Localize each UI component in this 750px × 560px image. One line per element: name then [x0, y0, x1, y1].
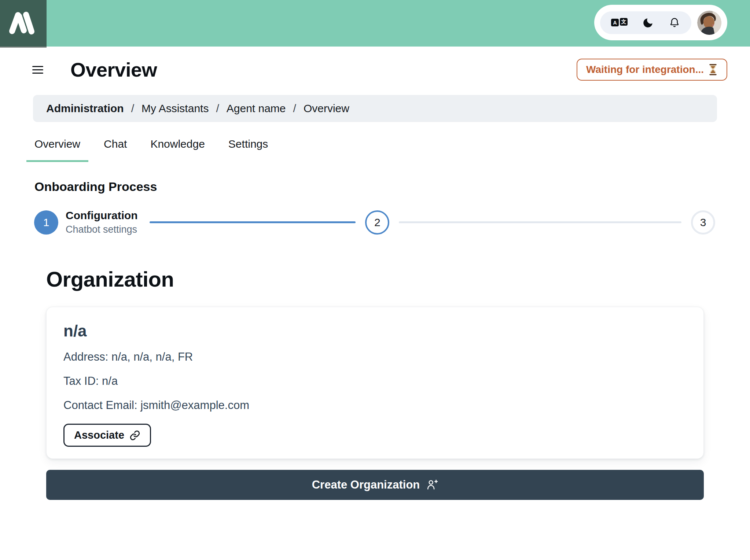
breadcrumb-separator: /	[293, 102, 296, 115]
organization-address: Address: n/a, n/a, n/a, FR	[63, 350, 687, 364]
header-actions: A 文	[594, 5, 727, 40]
header-icon-group: A 文	[600, 11, 691, 34]
step-connector-upcoming	[399, 221, 681, 223]
tab-bar: Overview Chat Knowledge Settings	[26, 137, 750, 162]
translate-icon-latin: A	[611, 19, 619, 26]
create-organization-button[interactable]: Create Organization	[46, 470, 704, 500]
step-3-circle[interactable]: 3	[691, 210, 715, 235]
page-title: Overview	[70, 58, 157, 81]
tab-overview[interactable]: Overview	[26, 137, 88, 162]
status-button[interactable]: Waiting for integration...	[577, 59, 727, 81]
breadcrumb-item-administration[interactable]: Administration	[46, 102, 124, 115]
alma-logo[interactable]	[0, 0, 47, 47]
avatar-image	[697, 11, 721, 35]
breadcrumb-item-my-assistants[interactable]: My Assistants	[141, 102, 209, 115]
onboarding-heading: Onboarding Process	[34, 180, 750, 194]
organization-heading: Organization	[46, 267, 704, 291]
associate-label: Associate	[74, 429, 124, 441]
step-1-title: Configuration	[66, 209, 138, 222]
onboarding-section: Onboarding Process 1 Configuration Chatb…	[0, 180, 750, 235]
step-1-circle[interactable]: 1	[34, 210, 58, 235]
moon-icon[interactable]	[642, 17, 654, 29]
step-2-circle[interactable]: 2	[365, 210, 389, 235]
organization-section: Organization n/a Address: n/a, n/a, n/a,…	[46, 267, 704, 500]
status-label: Waiting for integration...	[586, 64, 704, 75]
user-avatar[interactable]	[697, 11, 721, 35]
link-icon	[129, 430, 140, 441]
breadcrumb-separator: /	[131, 102, 134, 115]
translate-icon[interactable]: A 文	[611, 19, 628, 26]
onboarding-stepper: 1 Configuration Chatbot settings 2 3	[34, 209, 715, 235]
create-organization-label: Create Organization	[312, 478, 420, 491]
tab-settings[interactable]: Settings	[220, 137, 276, 162]
organization-name: n/a	[63, 322, 687, 340]
bell-icon[interactable]	[669, 17, 680, 29]
step-1-subtitle: Chatbot settings	[66, 224, 138, 235]
associate-button[interactable]: Associate	[63, 424, 151, 447]
step-1-labels: Configuration Chatbot settings	[66, 209, 138, 235]
person-plus-icon	[426, 479, 438, 491]
breadcrumb-item-overview[interactable]: Overview	[304, 102, 349, 115]
translate-icon-cjk: 文	[620, 18, 628, 26]
organization-card: n/a Address: n/a, n/a, n/a, FR Tax ID: n…	[46, 307, 704, 459]
main-content: Overview Waiting for integration... Admi…	[0, 58, 750, 500]
hamburger-icon[interactable]	[32, 66, 43, 74]
hourglass-icon	[708, 64, 718, 75]
app-header: A 文	[0, 0, 750, 47]
breadcrumb-separator: /	[216, 102, 219, 115]
logo-mark-icon	[0, 0, 47, 47]
step-1: 1 Configuration Chatbot settings	[34, 209, 138, 235]
organization-contact-email: Contact Email: jsmith@example.com	[63, 398, 687, 413]
tab-knowledge[interactable]: Knowledge	[142, 137, 213, 162]
title-row: Overview Waiting for integration...	[32, 58, 727, 81]
tab-chat[interactable]: Chat	[96, 137, 135, 162]
organization-tax-id: Tax ID: n/a	[63, 374, 687, 388]
breadcrumb: Administration / My Assistants / Agent n…	[33, 95, 717, 122]
step-connector-active	[150, 221, 356, 223]
breadcrumb-item-agent-name[interactable]: Agent name	[227, 102, 286, 115]
